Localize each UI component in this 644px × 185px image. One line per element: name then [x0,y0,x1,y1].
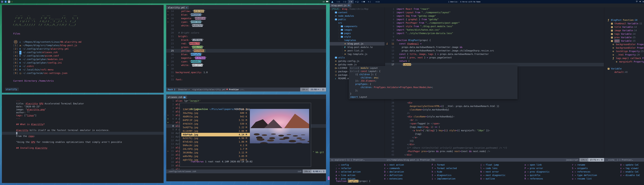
whichkey-binding-z[interactable]: z → disable CoC [618,174,640,177]
startify-entry-8[interactable]: [8] ~/.local/bin/rofi-menu [13,68,164,71]
whichkey-binding-.[interactable]: . → config [333,163,361,167]
whichkey-binding-S[interactable]: S → snippets [570,167,597,170]
explorer-item-style[interactable]: │ style [330,35,384,38]
whichkey-binding-p[interactable]: p → prev diagnostic [522,170,550,174]
explorer-item-gatsby-config.js[interactable]: gatsby-config.js [330,59,384,63]
startify-entry-2[interactable]: [2] ~/.config/alacritty/alacritty.yml [13,47,164,50]
explorer-item-post-list.js[interactable]: │ post-list.js [330,49,384,52]
whichkey-binding-v[interactable]: v → tag viewer [618,167,640,170]
whichkey-binding-R[interactable]: R → references [522,177,550,181]
whichkey-binding-U[interactable]: U → update CoC [618,163,640,167]
picker-file-row[interactable]: 3JWY37f.jpg1.31 M [181,108,252,111]
picker-file-row[interactable]: 24LrDFQ.jpg1.7 M [181,147,252,151]
volume-icon[interactable] [639,1,641,3]
startify-entry-0[interactable]: [0] ~/Repos/blog/content/Linux/06-alacri… [13,40,164,44]
whichkey-binding-N[interactable]: N → next error [478,170,506,174]
whichkey-binding-u[interactable]: u → resume list [570,177,597,181]
alert-icon[interactable]: ! [12,1,12,3]
picker-file-row[interactable]: 6zS17Sj.jpg4.96 M [181,136,252,140]
discord-icon[interactable] [1,1,3,3]
explorer-item-src[interactable]: src [330,21,384,25]
whichkey-binding-I[interactable]: I → diagnostics [430,174,457,177]
whichkey-binding-r[interactable]: r → rename [570,163,597,167]
vista-item[interactable]: backgroundColor Property: [604,43,644,46]
startify-entry-6[interactable]: [6] ~/.config/polybar/config.ini [13,61,164,64]
explorer-item-public[interactable]: public [330,18,384,21]
whichkey-binding-d[interactable]: d → definition [382,174,404,177]
whichkey-binding-F[interactable]: F → format [430,163,457,167]
whichkey-binding-q[interactable]: q → quickfix [522,174,550,177]
whichkey-binding-f[interactable]: f → format selected [430,167,457,170]
workspace-3[interactable]: 3 [348,0,354,3]
whichkey-binding-s[interactable]: s → references [570,170,597,174]
explorer-item-blog-post.js[interactable]: │ blog-post.js [330,42,384,45]
whichkey-binding-P[interactable]: P → prev error [522,167,550,170]
whichkey-binding-n[interactable]: n → next diagnostic [478,174,506,177]
vista-item[interactable]: image Variable:14 [604,29,644,32]
picker-file-row[interactable]: 4bORVJa.jpg943 K [181,115,252,118]
vista-item[interactable]: tags.map() callback Functi [604,57,644,60]
workspace-1[interactable]: 1 [335,0,342,3]
startify-entry-1[interactable]: [1] ~/Repos/blog/src/templates/blog-post… [13,44,164,47]
picker-file-row[interactable]: 04PDl3F.jpg3.51 M [181,118,252,122]
vista-item[interactable]: BlogPost Function:10 [604,18,644,22]
explorer-item-content[interactable]: content [330,11,384,14]
vista-item[interactable]: next Variable:15 [604,39,644,43]
whichkey-binding-a[interactable]: a → line action [333,174,361,177]
whichkey-binding-O[interactable]: O → outline [478,177,506,181]
picker-file-row[interactable]: 30iNVBw.jpg3.11 M [181,151,252,154]
startify-entry-3[interactable]: [3] ~/.config/zsh/aliases.zsh [13,50,164,54]
whichkey-binding-;[interactable]: ; → refactor [333,167,361,170]
startify-entry-9[interactable]: [9] ~/.config/nvim/coc-settings.json [13,71,164,75]
tab-alacritty-yml[interactable]: alacritty.yml ⚙ [166,6,189,9]
explorer-item-images[interactable]: │ images [330,28,384,32]
whichkey-binding-l[interactable]: l → code lens [478,167,506,170]
whichkey-binding-t[interactable]: t → type definition [570,174,597,177]
picker-file-row[interactable]: 6QbF0pb.jpg4.14 M [181,133,252,136]
vista-item[interactable]: Variable [604,67,644,70]
startify-entry-5[interactable]: [5] ~/.config/polybar/modules.ini [13,57,164,61]
vista-item[interactable]: prev Variable:15 [604,36,644,39]
explorer-item-blog-post.module.le[interactable]: │ blog-post.module.le [330,45,384,49]
tab-aliases-zsh[interactable]: aliases.zsh [166,95,187,99]
whichkey-binding-j[interactable]: j → float jump [478,163,506,167]
whichkey-binding-h[interactable]: h → hide [430,170,457,174]
explorer-item-components[interactable]: │ components [330,25,384,28]
workspace-4[interactable]: 4 [354,0,360,3]
vista-item[interactable]: __html Property:29 [604,53,644,57]
vista-item[interactable]: textAlign Property:25 [604,50,644,53]
explorer-item-templates[interactable]: └ templates [330,38,384,42]
picker-file-row[interactable]: 4Y6C0JV.jpg539 K [181,122,252,126]
vista-item[interactable]: backgroundColor Property: [604,46,644,50]
picker-file-row[interactable]: 07nEzQ3.jpg1.86 M [181,140,252,144]
whichkey-binding-i[interactable]: i → implementation [430,177,457,181]
wifi-icon[interactable] [636,1,638,3]
picker-file-row[interactable]: 6iibVNY.jpg2.06 M [181,129,252,133]
vista-item[interactable]: tags Variable:14 [604,32,644,36]
startify-entry-7[interactable]: [7] ~/.zshrc [13,64,164,68]
vista-item[interactable]: title Variable:14 [604,25,644,29]
display-icon[interactable] [8,1,10,3]
explorer-root[interactable]: ▾[FILE]: blog /home/chris/Rep [330,7,384,11]
whichkey-binding-Z[interactable]: Z → enable CoC [618,170,640,174]
picker-file-row[interactable]: 5oXQT7g.jpg1.22 M [181,126,252,129]
workspace-9[interactable]: 9 [366,0,372,3]
whichkey-binding-e[interactable]: e → extensions [382,177,404,181]
explorer-item-tag-template.js[interactable]: └ tag-template.js [330,52,384,56]
whichkey-binding-D[interactable]: D → declaration [382,170,404,174]
explorer-item-utils[interactable]: utils [330,56,384,59]
bluetooth-icon[interactable] [4,1,7,3]
vista-item[interactable]: thumbnail Variable:11 [604,22,644,25]
vista-item[interactable]: marginLeft Property:36 [604,60,644,63]
spotify-module[interactable]: ♫ America - A Horse with No Name [448,0,480,3]
whichkey-binding-A[interactable]: A → selected action [333,170,361,174]
explorer-item-pages[interactable]: │ pages [330,32,384,35]
camera-icon[interactable] [326,1,328,3]
whichkey-binding-b[interactable]: b → next action [382,163,404,167]
picker-file-row[interactable]: 9hMxcHr.jpg4.1 M [181,144,252,147]
startify-entry-4[interactable]: [4] ~/.config/picom/picom.conf [13,54,164,57]
explorer-item-node_modules[interactable]: node_modules [330,14,384,18]
whichkey-binding-c[interactable]: c → commands [382,167,404,170]
whichkey-binding-o[interactable]: o → open link [522,163,550,167]
vista-item[interactable]: default:48 [604,70,644,74]
